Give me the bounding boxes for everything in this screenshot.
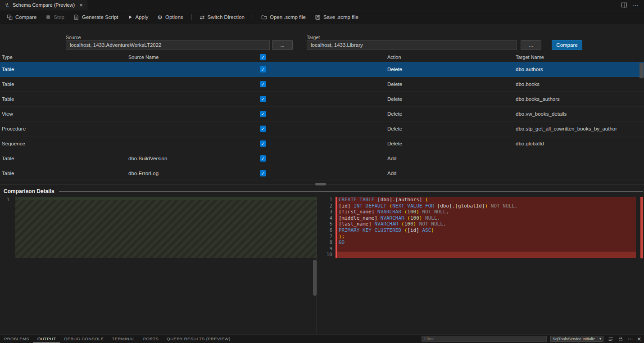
toolbar-button-switch-direction[interactable]: ⇄ Switch Direction — [196, 13, 249, 22]
table-row[interactable]: Table dbo.ErrorLog ✓ Add — [0, 166, 644, 181]
source-browse-button[interactable]: ... — [272, 40, 293, 50]
row-checkbox[interactable]: ✓ — [260, 170, 266, 176]
panel-tab-terminal[interactable]: TERMINAL — [108, 335, 139, 343]
diff-code-line: 6 PRIMARY KEY CLUSTERED ([id] ASC) — [320, 227, 644, 234]
table-row[interactable]: View ✓ Delete dbo.vw_books_details — [0, 107, 644, 122]
cell-include: ✓ — [257, 140, 269, 147]
cell-action: Delete — [387, 111, 516, 117]
toolbar-button-generate-script[interactable]: Generate Script — [69, 13, 122, 22]
cell-target-name: dbo.books — [516, 81, 644, 87]
output-channel-label: SqlToolsService Initializ — [553, 337, 595, 341]
target-browse-button[interactable]: ... — [521, 40, 541, 50]
split-editor-icon[interactable] — [621, 2, 627, 8]
toolbar-button-compare[interactable]: Compare — [3, 13, 41, 22]
line-number: 3 — [320, 209, 336, 215]
row-checkbox[interactable]: ✓ — [260, 140, 266, 147]
line-content — [336, 252, 636, 258]
line-number: 1 — [320, 197, 336, 203]
toolbar-button-options[interactable]: ⚙ Options — [153, 13, 187, 22]
diff-source-pane[interactable]: 1 — [0, 197, 317, 335]
table-row[interactable]: Table ✓ Delete dbo.authors — [0, 62, 644, 77]
close-icon[interactable]: × — [637, 336, 641, 342]
cell-type: Table — [0, 81, 127, 87]
table-row[interactable]: Sequence ✓ Delete dbo.globalId — [0, 136, 644, 151]
cell-type: View — [0, 111, 127, 117]
diff-code-line: 9 — [320, 246, 644, 252]
diff-code-line: 1 CREATE TABLE [dbo].[authors] ( — [320, 197, 644, 203]
output-filter-input[interactable] — [422, 336, 547, 342]
toolbar-separator — [191, 14, 192, 20]
panel-tab-query-results-preview[interactable]: QUERY RESULTS (PREVIEW) — [163, 335, 234, 343]
toolbar-button-open-scmp-file[interactable]: Open .scmp file — [257, 13, 310, 22]
output-channel-select[interactable]: SqlToolsService Initializ ▾ — [550, 336, 603, 342]
header-source-name[interactable]: Source Name — [127, 54, 257, 60]
tab-schema-compare[interactable]: Schema Compare (Preview) × — [0, 0, 87, 10]
cell-action: Delete — [387, 96, 516, 102]
line-number: 9 — [320, 246, 336, 252]
line-number: 7 — [320, 234, 336, 240]
diff-left-scrollbar[interactable] — [313, 260, 317, 296]
diff-code-line: 3 [first_name] NVARCHAR (100) NOT NULL, — [320, 209, 644, 215]
header-checkbox[interactable]: ✓ — [260, 54, 266, 60]
panel-tabs: PROBLEMSOUTPUTDEBUG CONSOLETERMINALPORTS… — [0, 335, 235, 343]
compare-run-button[interactable]: Compare — [552, 40, 582, 50]
grid-scrollbar[interactable] — [639, 63, 644, 78]
line-number: 1 — [0, 197, 13, 203]
cell-include: ✓ — [257, 126, 269, 132]
row-checkbox[interactable]: ✓ — [260, 111, 266, 117]
table-row[interactable]: Table ✓ Delete dbo.books_authors — [0, 92, 644, 107]
sash-handle[interactable] — [315, 183, 326, 185]
cell-include: ✓ — [257, 81, 269, 87]
cell-action: Delete — [387, 81, 516, 87]
header-action[interactable]: Action — [387, 54, 516, 60]
editor-tab-bar: Schema Compare (Preview) × ⋯ — [0, 0, 644, 10]
more-icon[interactable]: ⋯ — [633, 2, 639, 9]
row-checkbox[interactable]: ✓ — [260, 96, 266, 102]
line-content: GO — [336, 239, 636, 246]
cell-type: Table — [0, 156, 127, 161]
toolbar-button-save-scmp-file[interactable]: Save .scmp file — [311, 13, 363, 22]
panel-tab-output[interactable]: OUTPUT — [33, 335, 60, 343]
lock-icon[interactable] — [618, 336, 623, 342]
table-row[interactable]: Table dbo.BuildVersion ✓ Add — [0, 151, 644, 166]
panel-tab-debug-console[interactable]: DEBUG CONSOLE — [60, 335, 108, 343]
cell-action: Add — [387, 171, 516, 176]
header-type[interactable]: Type — [0, 54, 127, 60]
row-checkbox[interactable]: ✓ — [260, 81, 266, 87]
header-target-name[interactable]: Target Name — [516, 54, 644, 60]
comparison-details-header: Comparison Details — [0, 186, 644, 196]
panel-actions: ⋯× — [608, 335, 641, 343]
diff-target-pane[interactable]: 1 CREATE TABLE [dbo].[authors] ( 2 [id] … — [320, 197, 644, 335]
row-checkbox[interactable]: ✓ — [260, 126, 266, 132]
grid-rows: Table ✓ Delete dbo.authors Table ✓ Delet… — [0, 62, 644, 184]
row-checkbox[interactable]: ✓ — [260, 155, 266, 162]
diff-placeholder-region — [15, 200, 317, 258]
open-file-icon — [261, 14, 267, 20]
panel-tab-ports[interactable]: PORTS — [139, 335, 163, 343]
cell-include: ✓ — [257, 111, 269, 117]
output-view-icon[interactable] — [608, 336, 614, 342]
panel-tab-problems[interactable]: PROBLEMS — [0, 335, 33, 343]
toolbar-button-apply[interactable]: Apply — [123, 13, 153, 22]
line-content: [last_name] NVARCHAR (100) NOT NULL, — [336, 221, 636, 227]
line-content: [first_name] NVARCHAR (100) NOT NULL, — [336, 209, 636, 215]
overview-ruler[interactable] — [640, 197, 643, 258]
row-checkbox[interactable]: ✓ — [260, 66, 266, 72]
table-row[interactable]: Procedure ✓ Delete dbo.stp_get_all_cowri… — [0, 122, 644, 136]
source-input[interactable] — [66, 40, 270, 50]
tab-close-icon[interactable]: × — [79, 2, 83, 8]
cell-action: Delete — [387, 141, 516, 146]
target-input[interactable] — [307, 40, 517, 50]
more-icon[interactable]: ⋯ — [627, 336, 633, 342]
cell-target-name: dbo.stp_get_all_cowritten_books_by_autho… — [516, 126, 644, 131]
line-content: PRIMARY KEY CLUSTERED ([id] ASC) — [336, 227, 636, 234]
cell-target-name: dbo.vw_books_details — [516, 111, 644, 117]
schema-compare-window: Schema Compare (Preview) × ⋯ Compare Sto… — [0, 0, 644, 343]
cell-target-name: dbo.globalId — [516, 141, 644, 146]
toolbar-separator — [253, 14, 253, 20]
table-row[interactable]: Table ✓ Delete dbo.books — [0, 77, 644, 92]
left-gutter: 1 — [0, 197, 13, 203]
play-icon — [127, 14, 133, 20]
target-label: Target — [307, 35, 320, 40]
cell-include: ✓ — [257, 155, 269, 162]
